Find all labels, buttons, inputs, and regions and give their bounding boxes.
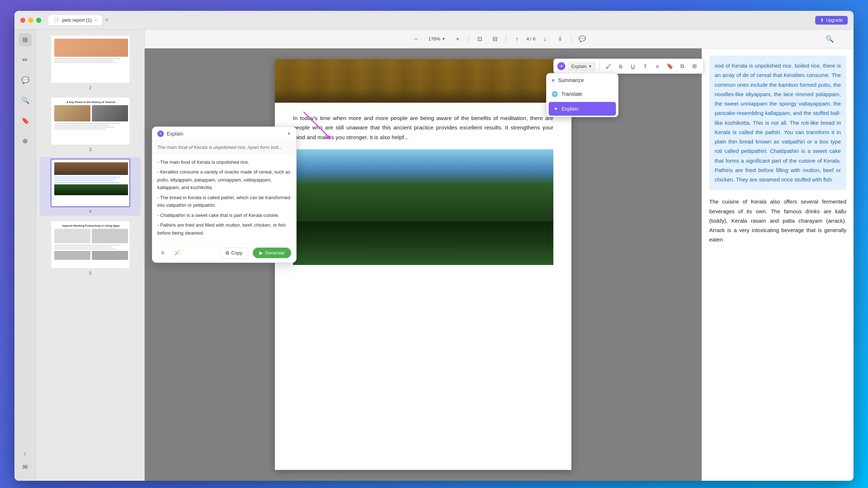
explain-result: - The main food of Kerala is unpolished … (152, 154, 296, 243)
copy-icon: ⧉ (226, 250, 229, 256)
thumbnail-5-img: Improve Working Productivity in Using Ap… (51, 221, 130, 269)
explain-toolbar-button[interactable]: Explain ▼ (567, 62, 596, 71)
zoom-out-button[interactable]: − (410, 33, 422, 45)
pdf-viewer[interactable]: In today's time when more and more peopl… (145, 48, 702, 481)
thumb-page-2 (51, 36, 130, 83)
generate-button[interactable]: ▶ Generate (253, 248, 291, 258)
more-tool-button[interactable]: ⊞ (689, 61, 699, 71)
pdf-page: In today's time when more and more peopl… (275, 59, 571, 470)
tab-title: pets report (1) (62, 17, 92, 23)
pdf-nature-image (293, 149, 553, 265)
text-tool-button[interactable]: T (640, 61, 650, 71)
right-panel: ood of Kerala is unpolished rice. boiled… (702, 48, 854, 481)
divider-2 (506, 35, 506, 43)
strikethrough-tool-button[interactable]: S (616, 61, 626, 71)
sidebar-icon-pages[interactable]: ⊞ (19, 33, 32, 46)
page-display: 4 / 6 (526, 36, 535, 42)
prev-page-button[interactable]: ↑ (511, 33, 523, 45)
thumbnail-page-2[interactable]: 2 (40, 33, 141, 92)
comment-tool-button[interactable]: ≡ (652, 61, 663, 71)
pdf-header-image (275, 59, 571, 103)
explain-popup-header: ✦ Explain ▼ (152, 127, 296, 141)
thumb-page-3: A Key Phase in the History of Tourism (51, 98, 130, 145)
content-area: In today's time when more and more peopl… (145, 48, 854, 481)
maximize-button[interactable] (36, 18, 41, 23)
thumbnail-list: 2 A Key Phase in the History of Tourism (36, 30, 144, 281)
explain-dropdown-icon[interactable]: ▼ (287, 131, 291, 136)
bookmark-tool-button[interactable]: 🔖 (665, 61, 675, 71)
explain-input-text: The main food of Kerala is unpolished ri… (152, 141, 296, 154)
last-page-button[interactable]: ⇩ (554, 33, 566, 45)
sidebar-icon-bookmarks[interactable]: 🔖 (19, 114, 32, 127)
thumbnail-page-4[interactable]: 4 (40, 157, 141, 216)
generate-icon: ▶ (259, 250, 263, 256)
explain-popup: ✦ Explain ▼ The main food of Kerala is u… (152, 127, 297, 263)
translate-icon: 🌐 (552, 91, 558, 97)
zoom-display[interactable]: 178% ▼ (425, 35, 448, 43)
tab-close-icon[interactable]: × (95, 18, 97, 22)
footer-magic-icon[interactable]: 🪄 (172, 248, 183, 258)
thumb-page-5: Improve Working Productivity in Using Ap… (51, 221, 130, 268)
thumb-num-5: 5 (89, 271, 92, 276)
context-menu-summarize[interactable]: ≡ Summarize (546, 73, 618, 87)
sidebar-icon-comments[interactable]: 💬 (19, 74, 32, 87)
sidebar-icon-layers[interactable]: ⊕ (19, 134, 32, 147)
icon-sidebar: ⊞ ✏ 💬 🔍 🔖 ⊕ ↑ ✉ (14, 30, 36, 481)
copy-tool-button[interactable]: ⧉ (677, 61, 687, 71)
result-line-3: - The bread in Kerala is called pathiri,… (157, 194, 291, 209)
divider-3 (571, 35, 571, 43)
thumb-num-4: 4 (89, 209, 92, 214)
annotation-toolbar: ✦ Explain ▼ 🖊 S U T ≡ 🔖 ⧉ ⊞ (553, 59, 702, 74)
comment-button[interactable]: 💬 (576, 33, 588, 45)
traffic-lights (20, 18, 41, 23)
active-tab[interactable]: 📄 pets report (1) × (48, 15, 102, 25)
underline-tool-button[interactable]: U (628, 61, 638, 71)
content-wrapper: − 178% ▼ + ⊡ ⊟ ↑ 4 / 6 ↓ ⇩ 💬 (145, 30, 854, 481)
result-line-4: - Chattipathiri is a sweet cake that is … (157, 211, 291, 219)
upgrade-icon: ⬆ (820, 18, 824, 23)
thumb-num-2: 2 (89, 85, 92, 90)
footer-chat-icon[interactable]: ≡ (157, 248, 168, 258)
toolbar-search-button[interactable]: 🔍 (824, 33, 835, 45)
thumbnail-2-img (51, 35, 130, 84)
app-window: 📄 pets report (1) × + ⬆ Upgrade ⊞ ✏ 💬 🔍 … (14, 11, 854, 481)
sidebar-icon-search[interactable]: 🔍 (19, 94, 32, 107)
thumb-2-image (54, 39, 128, 57)
thumbnail-sidebar: 2 A Key Phase in the History of Tourism (36, 30, 145, 481)
thumbnail-4-img (51, 159, 130, 207)
copy-button[interactable]: ⧉ Copy (219, 247, 249, 259)
context-menu: ≡ Summarize 🌐 Translate ✦ Explain (546, 73, 618, 117)
ai-icon: ✦ (557, 62, 565, 70)
thumb-5-title: Improve Working Productivity in Using Ap… (54, 224, 128, 227)
highlighted-text-block: ood of Kerala is unpolished rice. boiled… (709, 56, 846, 190)
upgrade-button[interactable]: ⬆ Upgrade (815, 16, 848, 25)
close-button[interactable] (20, 18, 25, 23)
next-page-button[interactable]: ↓ (539, 33, 551, 45)
thumb-3-title: A Key Phase in the History of Tourism (54, 100, 128, 104)
sidebar-icon-mail[interactable]: ✉ (19, 461, 32, 474)
thumb-page-4 (51, 159, 130, 206)
right-panel-continuation: The cuisine of Kerala also offers severa… (709, 197, 846, 244)
minimize-button[interactable] (28, 18, 33, 23)
fit-width-button[interactable]: ⊟ (489, 33, 501, 45)
toolbar: − 178% ▼ + ⊡ ⊟ ↑ 4 / 6 ↓ ⇩ 💬 (145, 30, 854, 48)
context-menu-translate[interactable]: 🌐 Translate (546, 87, 618, 101)
pdf-content: In today's time when more and more peopl… (275, 103, 571, 276)
thumbnail-page-3[interactable]: A Key Phase in the History of Tourism (40, 95, 141, 154)
highlight-tool-button[interactable]: 🖊 (603, 61, 613, 71)
explain-popup-title: ✦ Explain (157, 130, 183, 137)
context-menu-explain[interactable]: ✦ Explain (549, 102, 616, 116)
thumbnail-3-img: A Key Phase in the History of Tourism (51, 97, 130, 145)
thumbnail-page-5[interactable]: Improve Working Productivity in Using Ap… (40, 219, 141, 278)
explain-footer: ≡ 🪄 ⧉ Copy ▶ Generate (152, 243, 296, 262)
sidebar-icon-share[interactable]: ↑ (19, 448, 32, 461)
result-line-5: - Pathiris are fried and filled with mut… (157, 221, 291, 237)
add-tab-button[interactable]: + (105, 16, 109, 24)
fit-page-button[interactable]: ⊡ (474, 33, 485, 45)
sidebar-icon-annotate[interactable]: ✏ (19, 53, 32, 67)
result-line-1: - The main food of Kerala is unpolished … (157, 158, 291, 166)
titlebar: 📄 pets report (1) × + ⬆ Upgrade (14, 11, 854, 30)
thumb-num-3: 3 (89, 147, 92, 152)
pdf-paragraph-1: In today's time when more and more peopl… (293, 114, 553, 142)
zoom-in-button[interactable]: + (452, 33, 463, 45)
